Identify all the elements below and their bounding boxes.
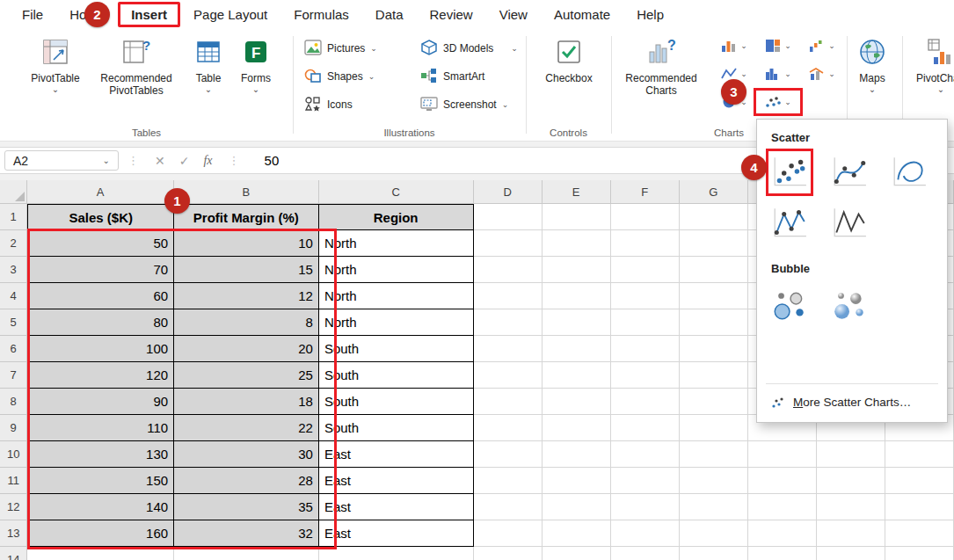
cell[interactable]: [885, 520, 954, 547]
row-header[interactable]: 5: [0, 309, 27, 336]
cell[interactable]: Profit Margin (%): [174, 204, 319, 230]
cell[interactable]: East: [319, 494, 474, 520]
cell[interactable]: [748, 468, 817, 494]
cell[interactable]: [543, 336, 611, 362]
cell[interactable]: 80: [27, 309, 174, 336]
scatter-option[interactable]: [769, 153, 810, 192]
row-header[interactable]: 8: [0, 389, 27, 415]
cell[interactable]: [680, 336, 748, 362]
bubble-3d-option[interactable]: [829, 286, 870, 324]
cell[interactable]: South: [319, 389, 474, 415]
tab-view[interactable]: View: [486, 0, 541, 29]
waterfall-chart-button[interactable]: ⌄: [802, 34, 842, 57]
cell[interactable]: [543, 494, 611, 520]
cell[interactable]: [474, 309, 543, 336]
cell[interactable]: [543, 547, 611, 560]
cell[interactable]: [680, 309, 748, 336]
cell[interactable]: [748, 520, 817, 547]
cell[interactable]: Region: [319, 204, 474, 230]
cell[interactable]: [611, 336, 680, 362]
column-header[interactable]: F: [611, 180, 680, 204]
cell[interactable]: [611, 547, 680, 560]
cell[interactable]: [611, 441, 680, 468]
cell[interactable]: [543, 362, 611, 389]
cell[interactable]: [474, 257, 543, 283]
cell[interactable]: 150: [27, 468, 174, 494]
insert-function-icon[interactable]: fx: [203, 154, 212, 168]
cell[interactable]: [543, 230, 611, 257]
cell[interactable]: 20: [174, 336, 319, 362]
pivotchart-button[interactable]: PivotChart ⌄: [906, 35, 954, 94]
row-header[interactable]: 3: [0, 257, 27, 283]
cell[interactable]: 15: [174, 257, 319, 283]
pictures-button[interactable]: Pictures ⌄: [304, 38, 377, 59]
tab-automate[interactable]: Automate: [541, 0, 623, 29]
cell[interactable]: [611, 204, 680, 230]
cell[interactable]: [748, 547, 817, 560]
cell[interactable]: [680, 389, 748, 415]
cell[interactable]: [474, 547, 543, 560]
cell[interactable]: 12: [174, 283, 319, 309]
cell[interactable]: [474, 204, 543, 230]
screenshot-button[interactable]: Screenshot ⌄: [420, 94, 508, 115]
cell[interactable]: [474, 362, 543, 389]
cell[interactable]: [543, 257, 611, 283]
cell[interactable]: North: [319, 230, 474, 257]
cell[interactable]: 130: [27, 441, 174, 468]
select-all-corner[interactable]: [0, 180, 27, 204]
cell[interactable]: [748, 494, 817, 520]
cell[interactable]: [543, 415, 611, 441]
cell[interactable]: [680, 362, 748, 389]
tab-data[interactable]: Data: [362, 0, 417, 29]
cell[interactable]: [611, 468, 680, 494]
cell[interactable]: [885, 494, 954, 520]
cell[interactable]: [474, 468, 543, 494]
cell[interactable]: [611, 494, 680, 520]
cell[interactable]: 30: [174, 441, 319, 468]
cell[interactable]: 120: [27, 362, 174, 389]
row-header[interactable]: 11: [0, 468, 27, 494]
cell[interactable]: [543, 204, 611, 230]
bubble-option[interactable]: [769, 286, 810, 324]
cell[interactable]: 32: [174, 520, 319, 547]
cell[interactable]: East: [319, 520, 474, 547]
cell[interactable]: [680, 204, 748, 230]
cell[interactable]: 35: [174, 494, 319, 520]
cell[interactable]: 100: [27, 336, 174, 362]
cell[interactable]: North: [319, 309, 474, 336]
cell[interactable]: 28: [174, 468, 319, 494]
cell[interactable]: 160: [27, 520, 174, 547]
cell[interactable]: 50: [27, 230, 174, 257]
cell[interactable]: [680, 257, 748, 283]
cell[interactable]: [817, 468, 885, 494]
tab-insert[interactable]: Insert: [118, 0, 180, 29]
combo-chart-button[interactable]: ⌄: [802, 62, 842, 85]
tab-review[interactable]: Review: [417, 0, 486, 29]
3d-models-button[interactable]: 3D Models ⌄: [420, 38, 518, 59]
tab-file[interactable]: File: [9, 0, 56, 29]
histogram-chart-button[interactable]: ⌄: [758, 62, 798, 85]
cell[interactable]: [611, 257, 680, 283]
name-box[interactable]: A2 ⌄: [4, 150, 119, 171]
formula-input[interactable]: 50: [265, 153, 280, 168]
cell[interactable]: South: [319, 336, 474, 362]
cell[interactable]: [543, 283, 611, 309]
cell[interactable]: [543, 389, 611, 415]
cell[interactable]: [680, 520, 748, 547]
cell[interactable]: [474, 494, 543, 520]
column-header[interactable]: A: [27, 180, 174, 204]
row-header[interactable]: 13: [0, 520, 27, 547]
row-header[interactable]: 1: [0, 204, 27, 230]
cell[interactable]: [680, 415, 748, 441]
cell[interactable]: [543, 520, 611, 547]
cell[interactable]: 10: [174, 230, 319, 257]
cell[interactable]: [680, 468, 748, 494]
forms-button[interactable]: F Forms ⌄: [232, 35, 280, 94]
splitter-icon[interactable]: ⋮: [127, 154, 139, 167]
shapes-button[interactable]: Shapes ⌄: [304, 66, 375, 87]
cell[interactable]: 60: [27, 283, 174, 309]
cell[interactable]: North: [319, 283, 474, 309]
tab-formulas[interactable]: Formulas: [280, 0, 362, 29]
cell[interactable]: [543, 309, 611, 336]
column-header[interactable]: C: [319, 180, 474, 204]
